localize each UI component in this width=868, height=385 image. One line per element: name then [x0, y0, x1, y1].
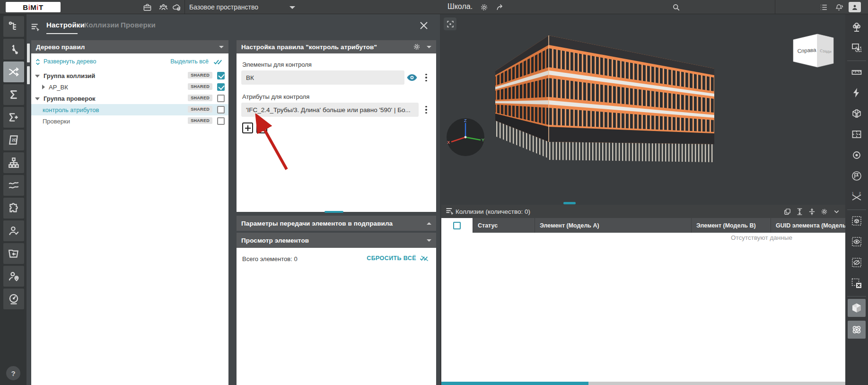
tab-settings[interactable]: Настройки [46, 21, 85, 29]
tree-row-checkbox[interactable] [217, 83, 225, 91]
orbit-icon[interactable] [848, 321, 866, 339]
horizontal-scrollbar[interactable] [441, 382, 845, 385]
collapsed-panel-edge[interactable] [27, 66, 30, 84]
double-check-icon[interactable] [213, 58, 224, 66]
caret-down-icon[interactable] [35, 97, 40, 100]
plugin-puzzle-icon[interactable] [3, 198, 24, 219]
tree-row-checkbox[interactable] [217, 72, 225, 79]
attribute-file-button[interactable] [256, 122, 267, 133]
solid-cube-icon[interactable] [848, 299, 866, 317]
sheet-2d-icon[interactable]: 2D [3, 130, 24, 150]
gauge-icon[interactable] [3, 289, 24, 309]
flag-icon[interactable] [848, 167, 866, 185]
show-eye-icon[interactable] [848, 233, 866, 251]
list-icon[interactable] [818, 2, 829, 12]
caret-right-icon[interactable] [42, 85, 45, 89]
bimit-logo[interactable]: BiMiT [6, 2, 61, 12]
gear-icon[interactable] [818, 206, 830, 217]
notifications-sync-icon[interactable] [833, 2, 844, 12]
account-icon[interactable] [849, 2, 861, 12]
eye-icon[interactable] [405, 70, 419, 85]
tree-row-checks-group[interactable]: Группа проверок SHARED [31, 93, 228, 104]
sigma-icon[interactable] [3, 84, 24, 105]
collisions-panel: Коллизии (количество: 0) [441, 205, 845, 385]
left-toolbar: 2D ? [0, 14, 26, 385]
column-status[interactable]: Статус [473, 218, 535, 233]
navigation-cube[interactable]: Справа Сзади [788, 29, 837, 71]
tree-row-collision-group[interactable]: Группа коллизий SHARED [31, 70, 228, 81]
tree-row-checkbox[interactable] [217, 95, 225, 102]
caret-down-icon[interactable] [35, 75, 40, 78]
collapse-up-icon[interactable] [427, 222, 431, 225]
hide-eye-off-icon[interactable] [848, 254, 866, 271]
tab-checks[interactable]: Проверки [121, 21, 156, 29]
chevron-down-icon[interactable] [289, 6, 295, 9]
attributes-field[interactable]: 'IFC_2.4_Трубы/3. Длина' больше или равн… [241, 103, 419, 117]
tree-row-checkbox[interactable] [217, 117, 225, 125]
chevron-down-icon[interactable] [830, 206, 842, 217]
tree-row-checks[interactable]: Проверки SHARED [31, 115, 228, 127]
view-elements-section[interactable]: Просмотр элементов [237, 233, 436, 248]
kebab-menu-icon[interactable] [422, 70, 430, 85]
settings-gear-icon[interactable] [479, 2, 489, 12]
panel-drag-handle[interactable] [563, 202, 576, 204]
briefcase-icon[interactable] [142, 2, 152, 12]
column-element-b[interactable]: Элемент (Модель B) [692, 218, 771, 233]
select-node-icon[interactable] [3, 39, 24, 60]
collapse-caret-icon[interactable] [219, 46, 224, 48]
axis-gizmo[interactable]: Z Y X [446, 117, 485, 157]
elements-field[interactable]: ВК [241, 70, 404, 85]
scrollbar-thumb[interactable] [441, 382, 588, 385]
shared-badge: SHARED [188, 106, 212, 113]
ruler-icon[interactable] [848, 63, 866, 81]
collapsed-panel-edge[interactable] [27, 44, 30, 62]
add-attribute-button[interactable] [242, 122, 253, 133]
viewport-frame-icon[interactable] [444, 18, 456, 30]
collapse-caret-icon[interactable] [427, 46, 431, 48]
kebab-menu-icon[interactable] [422, 103, 430, 117]
panel-menu-icon[interactable] [445, 206, 456, 217]
model-tree-icon[interactable] [3, 16, 24, 37]
user-check-icon[interactable] [3, 220, 24, 241]
transfer-params-section[interactable]: Параметры передачи элементов в подправил… [237, 216, 436, 231]
tree-row-checkbox[interactable] [217, 106, 225, 114]
sigma-plus-icon[interactable] [3, 107, 24, 128]
split-rows-icon[interactable] [806, 206, 818, 217]
close-icon[interactable] [418, 20, 430, 31]
panel-menu-icon[interactable] [30, 22, 41, 32]
clear-selection-x-icon[interactable] [848, 274, 866, 292]
select-all-link[interactable]: Выделить всё [170, 58, 209, 65]
help-button[interactable]: ? [6, 366, 20, 380]
share-icon[interactable] [495, 2, 505, 12]
search-icon[interactable] [671, 2, 681, 12]
measure-points-icon[interactable]: 12 [848, 188, 866, 206]
select-all-checkbox[interactable] [453, 222, 461, 229]
unfold-icon[interactable] [34, 58, 42, 66]
isolate-cube-icon[interactable] [848, 212, 866, 230]
expand-tree-link[interactable]: Развернуть дерево [44, 58, 96, 65]
collisions-shuffle-icon[interactable] [3, 61, 24, 82]
tab-collisions[interactable]: Коллизии [84, 21, 119, 29]
floorplan-icon[interactable] [848, 125, 866, 143]
org-chart-icon[interactable] [3, 152, 24, 173]
graphs-icon[interactable] [3, 175, 24, 196]
folder-import-icon[interactable] [3, 243, 24, 264]
column-element-a[interactable]: Элемент (Модель А) [535, 218, 691, 233]
selection-frames-icon[interactable] [848, 39, 866, 57]
user-location-icon[interactable] [3, 266, 24, 287]
gear-icon[interactable] [412, 43, 421, 51]
column-guid-a[interactable]: GUID элемента (Модель А) [771, 218, 845, 233]
tree-nature-icon[interactable] [848, 18, 866, 36]
flash-icon[interactable] [848, 84, 866, 102]
section-cube-icon[interactable] [848, 105, 866, 122]
reset-all-button[interactable]: СБРОСИТЬ ВСЁ [367, 254, 430, 262]
workspace-selector[interactable]: Базовое пространство [189, 0, 258, 14]
duplicate-icon[interactable] [781, 206, 793, 217]
collapse-down-icon[interactable] [427, 239, 431, 242]
target-icon[interactable] [848, 146, 866, 164]
cloud-user-icon[interactable] [171, 2, 182, 12]
tree-row-attribute-control[interactable]: контроль атрибутов SHARED [31, 104, 228, 115]
fit-height-icon[interactable] [793, 206, 806, 217]
tree-row-ar-vk[interactable]: АР_ВК SHARED [31, 81, 228, 93]
team-icon[interactable] [158, 2, 168, 12]
